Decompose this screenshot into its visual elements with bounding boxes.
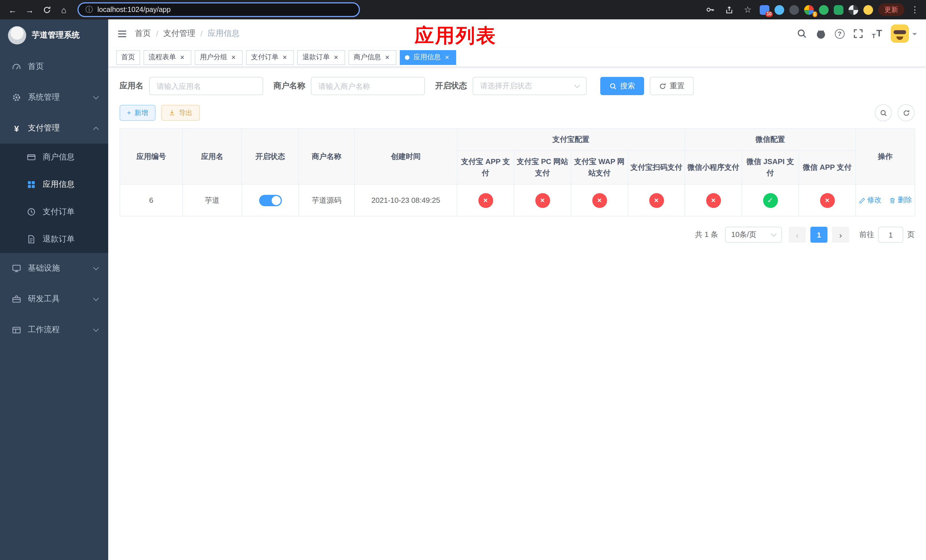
sidebar-item-dev-tools[interactable]: 研发工具 [0,284,108,315]
reload-icon[interactable] [40,3,53,17]
enabled-status-icon: ✓ [763,193,778,208]
back-icon[interactable]: ← [6,3,20,17]
page-number-button[interactable]: 1 [810,227,828,243]
tab-pay-orders[interactable]: 支付订单 × [246,50,294,65]
user-menu[interactable] [891,24,917,43]
font-size-icon[interactable]: TT [872,28,882,39]
app-frame: 芋道管理系统 首页 系统管理 ¥ 支付管理 [0,20,926,560]
address-bar[interactable]: ⓘ localhost:1024/pay/app [77,2,360,17]
sidebar-item-workflow[interactable]: 工作流程 [0,315,108,345]
extension-icon[interactable] [849,5,858,15]
sidebar-item-refund-orders[interactable]: 退款订单 [0,226,108,253]
merchant-name-input[interactable] [311,77,425,95]
close-icon[interactable]: × [332,53,340,61]
table-tools [875,104,915,121]
status-toggle[interactable] [259,195,281,206]
page-size-select[interactable]: 10条/页 [725,227,782,243]
sidebar-logo-row[interactable]: 芋道管理系统 [0,20,108,51]
goto-page-input[interactable] [878,227,903,243]
password-key-icon[interactable] [703,3,717,17]
app-name-label: 应用名 [120,81,144,91]
col-created: 创建时间 [354,129,457,185]
tab-refund-orders[interactable]: 退款订单 × [297,50,345,65]
close-icon[interactable]: × [443,53,451,61]
sidebar-item-label: 应用信息 [43,179,75,190]
search-icon[interactable] [797,29,807,39]
chevron-down-icon [771,231,776,237]
breadcrumb-home[interactable]: 首页 [135,29,151,39]
close-icon[interactable]: × [230,53,238,61]
sidebar-item-label: 商户信息 [43,152,75,162]
prev-page-button[interactable]: ‹ [789,227,806,243]
page-title-annotation: 应用列表 [415,23,496,49]
tab-user-group[interactable]: 用户分组 × [195,50,243,65]
url-text: localhost:1024/pay/app [97,6,171,14]
sidebar-item-pay-orders[interactable]: 支付订单 [0,198,108,226]
sidebar-item-merchant-info[interactable]: 商户信息 [0,144,108,171]
extension-icon[interactable] [775,5,784,15]
sidebar-item-label: 基础设施 [28,263,60,274]
tab-label: 退款订单 [303,52,330,62]
help-icon[interactable]: ? [835,29,844,38]
tab-app-info[interactable]: 应用信息 × [400,50,456,65]
tab-label: 用户分组 [200,52,227,62]
sidebar-item-payment[interactable]: ¥ 支付管理 [0,113,108,144]
chrome-update-button[interactable]: 更新 [878,3,904,16]
breadcrumb-separator: / [200,29,203,38]
toggle-search-icon[interactable] [875,104,892,121]
breadcrumb: 首页 / 支付管理 / 应用信息 [135,29,240,39]
col-alipay-wap: 支付宝 WAP 网站支付 [571,151,628,185]
sidebar-item-label: 支付订单 [43,207,75,217]
bookmark-star-icon[interactable]: ☆ [741,3,755,17]
tab-process-form[interactable]: 流程表单 × [144,50,191,65]
col-wx-app: 微信 APP 支付 [799,151,856,185]
add-button[interactable]: + 新增 [120,105,156,121]
close-icon[interactable]: × [281,53,289,61]
sidebar-item-system[interactable]: 系统管理 [0,82,108,113]
edit-link[interactable]: 修改 [858,195,881,205]
reset-button[interactable]: 重置 [650,77,694,95]
extension-icon[interactable] [863,5,873,15]
cell-merchant: 芋道源码 [299,185,354,216]
sidebar: 芋道管理系统 首页 系统管理 ¥ 支付管理 [0,20,108,560]
disabled-status-icon: × [535,193,550,208]
gear-icon [11,93,22,102]
github-icon[interactable] [816,28,826,39]
avatar[interactable] [891,24,909,43]
forward-icon[interactable]: → [23,3,36,17]
extension-icon[interactable] [789,5,799,15]
search-button[interactable]: 搜索 [600,77,644,95]
cell-actions: 修改 删除 [856,185,915,216]
sidebar-item-infrastructure[interactable]: 基础设施 [0,253,108,284]
close-icon[interactable]: × [178,53,186,61]
app-name-input[interactable] [149,77,263,95]
tab-label: 流程表单 [149,52,176,62]
extension-icon[interactable] [819,5,829,15]
extension-icon[interactable] [834,5,843,15]
sidebar-item-app-info[interactable]: 应用信息 [0,171,108,198]
status-select[interactable]: 请选择开启状态 [473,77,587,95]
delete-link[interactable]: 删除 [889,195,912,205]
browser-menu-icon[interactable]: ⋮ [909,5,920,15]
home-icon[interactable]: ⌂ [57,3,71,17]
refresh-icon[interactable] [897,104,915,121]
close-icon[interactable]: × [383,53,391,61]
plus-icon: + [127,109,131,117]
disabled-status-icon: × [649,193,664,208]
next-page-button[interactable]: › [832,227,849,243]
extension-icon[interactable]: 1 [804,5,814,15]
share-icon[interactable] [722,3,736,17]
tab-merchant-info[interactable]: 商户信息 × [348,50,396,65]
sidebar-item-home[interactable]: 首页 [0,51,108,82]
goto-suffix: 页 [907,230,915,240]
pagination-total: 共 1 条 [695,230,718,240]
breadcrumb-payment[interactable]: 支付管理 [163,29,195,39]
site-info-icon[interactable]: ⓘ [85,5,93,15]
export-button[interactable]: 导出 [161,105,200,121]
extension-icon[interactable]: 10 [760,5,769,15]
page: ← → ⌂ ⓘ localhost:1024/pay/app ☆ 10 1 [0,0,926,560]
tab-home[interactable]: 首页 [116,50,140,65]
fullscreen-icon[interactable] [853,29,863,39]
sidebar-item-label: 支付管理 [28,123,60,133]
sidebar-collapse-icon[interactable] [117,29,127,38]
